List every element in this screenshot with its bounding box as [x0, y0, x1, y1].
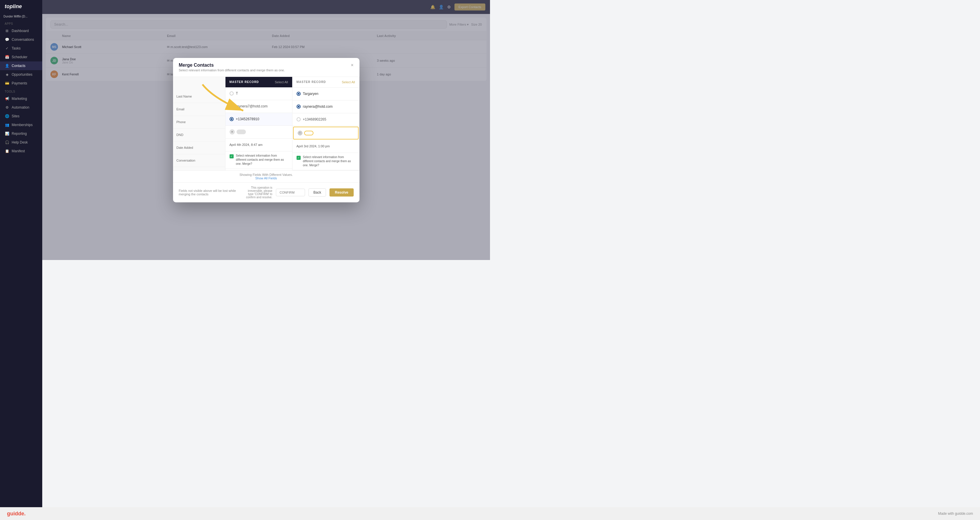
- contacts-icon: 👤: [5, 64, 10, 68]
- modal-title: Merge Contacts: [179, 63, 285, 68]
- tools-section-label: Tools: [0, 88, 42, 94]
- right-phone-radio[interactable]: [297, 117, 301, 121]
- field-label-dnd: DND: [173, 129, 225, 141]
- right-dnd-row[interactable]: ✕: [293, 127, 359, 140]
- manifest-icon: 📋: [5, 149, 10, 153]
- right-master-header: MASTER RECORD Select All: [293, 77, 359, 88]
- marketing-icon: 📢: [5, 97, 10, 101]
- left-dnd-toggle[interactable]: ✕: [229, 129, 246, 135]
- left-phone-row[interactable]: +13452678910: [226, 113, 292, 126]
- left-email-row[interactable]: raynera7@hotd.com: [226, 100, 292, 113]
- right-lastname-row[interactable]: Targaryen: [293, 88, 359, 100]
- right-lastname-radio[interactable]: [297, 92, 301, 96]
- right-conv-text: Select relevant information from differe…: [303, 155, 355, 167]
- right-email-value: raynera@hotd.com: [303, 105, 332, 109]
- merge-contacts-modal: Merge Contacts Select relevant informati…: [173, 58, 360, 202]
- left-lastname-radio[interactable]: [229, 92, 234, 95]
- automation-icon: ⚙: [5, 105, 10, 109]
- left-dnd-pill[interactable]: [237, 130, 246, 134]
- right-master-column: MASTER RECORD Select All Targaryen rayne…: [293, 77, 360, 170]
- field-label-date-added: Date Added: [173, 141, 225, 154]
- conversations-icon: 💬: [5, 38, 10, 42]
- right-select-all[interactable]: Select All: [342, 80, 355, 84]
- left-email-radio[interactable]: [229, 104, 234, 108]
- fields-warning: Fields not visible above will be lost wh…: [179, 189, 245, 196]
- left-conv-checkbox[interactable]: ✓: [229, 154, 234, 159]
- right-dnd-x: ✕: [298, 131, 302, 135]
- scheduler-icon: 📅: [5, 55, 10, 59]
- sidebar-item-payments[interactable]: 💳 Payments: [0, 79, 42, 88]
- left-select-all[interactable]: Select All: [275, 80, 288, 84]
- apps-section-label: Apps: [0, 20, 42, 27]
- sidebar-item-conversations[interactable]: 💬 Conversations: [0, 35, 42, 44]
- field-label-lastname: Last Name: [173, 90, 225, 103]
- reporting-icon: 📊: [5, 132, 10, 136]
- field-label-conversation: Conversation: [173, 154, 225, 167]
- opportunities-icon: ◈: [5, 73, 10, 76]
- right-master-label: MASTER RECORD: [297, 80, 326, 84]
- sidebar-item-helpdesk[interactable]: 🎧 Help Desk: [0, 138, 42, 147]
- right-phone-value: +13468902265: [303, 117, 326, 121]
- left-conversation-row[interactable]: ✓ Select relevant information from diffe…: [226, 151, 292, 169]
- merge-columns: Last Name Email Phone DND Date Added Con…: [173, 77, 360, 170]
- sidebar-item-sites[interactable]: 🌐 Sites: [0, 112, 42, 120]
- close-button[interactable]: ×: [351, 63, 353, 68]
- sidebar-item-opportunities[interactable]: ◈ Opportunities: [0, 70, 42, 79]
- sidebar-item-reporting[interactable]: 📊 Reporting: [0, 129, 42, 138]
- footer-actions: This operation is irreversible, please t…: [245, 186, 354, 199]
- sidebar-item-memberships[interactable]: 👥 Memberships: [0, 120, 42, 129]
- confirm-input[interactable]: [276, 189, 305, 196]
- memberships-icon: 👥: [5, 123, 10, 127]
- left-phone-radio[interactable]: [229, 117, 234, 121]
- left-date-added: April 4th 2024, 8:47 am: [226, 139, 292, 151]
- sidebar-item-contacts[interactable]: 👤 Contacts: [0, 62, 42, 70]
- modal-body: Last Name Email Phone DND Date Added Con…: [173, 77, 360, 182]
- sidebar: topline Dunder Mifflin [D... Apps ⊞ Dash…: [0, 0, 42, 260]
- sidebar-item-scheduler[interactable]: 📅 Scheduler: [0, 53, 42, 62]
- sidebar-item-marketing[interactable]: 📢 Marketing: [0, 94, 42, 103]
- modal-overlay: Merge Contacts Select relevant informati…: [42, 0, 490, 260]
- field-labels-column: Last Name Email Phone DND Date Added Con…: [173, 77, 226, 170]
- payments-icon: 💳: [5, 81, 10, 85]
- right-date-added: April 3rd 2024, 1:00 pm: [293, 140, 359, 153]
- resolve-button[interactable]: Resolve: [329, 189, 353, 197]
- right-phone-row[interactable]: +13468902265: [293, 113, 359, 126]
- left-master-label: MASTER RECORD: [229, 80, 259, 84]
- sites-icon: 🌐: [5, 114, 10, 118]
- modal-subtitle: Select relevant information from differe…: [179, 68, 285, 72]
- modal-header: Merge Contacts Select relevant informati…: [173, 58, 360, 77]
- right-email-radio[interactable]: [297, 105, 301, 109]
- right-lastname-value: Targaryen: [303, 92, 318, 96]
- irreversible-notice: This operation is irreversible, please t…: [245, 186, 272, 199]
- left-conv-text: Select relevant information from differe…: [236, 154, 288, 166]
- left-lastname-row[interactable]: T: [226, 87, 292, 100]
- left-dnd-x: ✕: [229, 129, 235, 135]
- sidebar-item-automation[interactable]: ⚙ Automation: [0, 103, 42, 112]
- field-label-phone: Phone: [173, 116, 225, 129]
- right-email-row[interactable]: raynera@hotd.com: [293, 100, 359, 113]
- right-conversation-row[interactable]: ✓ Select relevant information from diffe…: [293, 153, 359, 170]
- helpdesk-icon: 🎧: [5, 140, 10, 144]
- app-logo: topline: [0, 0, 42, 13]
- left-email-value: raynera7@hotd.com: [236, 104, 268, 108]
- back-button[interactable]: Back: [309, 189, 326, 197]
- left-lastname-value: T: [236, 92, 238, 95]
- right-conv-checkbox[interactable]: ✓: [297, 156, 301, 160]
- left-master-column: MASTER RECORD Select All T raynera7@hotd…: [226, 77, 293, 170]
- tasks-icon: ✓: [5, 46, 10, 51]
- showing-fields-info: Showing Fields With Different Values. Sh…: [173, 170, 360, 182]
- show-all-fields-link[interactable]: Show All Fields: [175, 176, 357, 180]
- sidebar-item-dashboard[interactable]: ⊞ Dashboard: [0, 27, 42, 35]
- company-name: Dunder Mifflin [D...: [0, 13, 42, 20]
- dashboard-icon: ⊞: [5, 29, 10, 33]
- right-dnd-toggle[interactable]: ✕: [298, 131, 313, 135]
- right-dnd-pill[interactable]: [304, 131, 313, 135]
- modal-footer: Fields not visible above will be lost wh…: [173, 182, 360, 202]
- field-label-email: Email: [173, 103, 225, 116]
- sidebar-item-manifest[interactable]: 📋 Manifest: [0, 147, 42, 155]
- left-phone-value: +13452678910: [236, 117, 259, 121]
- left-dnd-row[interactable]: ✕: [226, 126, 292, 139]
- showing-fields-text: Showing Fields With Different Values.: [239, 173, 293, 176]
- main-content: 🔔 👤 ⚙ Export Contacts Search... More Fil…: [42, 0, 490, 260]
- sidebar-item-tasks[interactable]: ✓ Tasks: [0, 44, 42, 53]
